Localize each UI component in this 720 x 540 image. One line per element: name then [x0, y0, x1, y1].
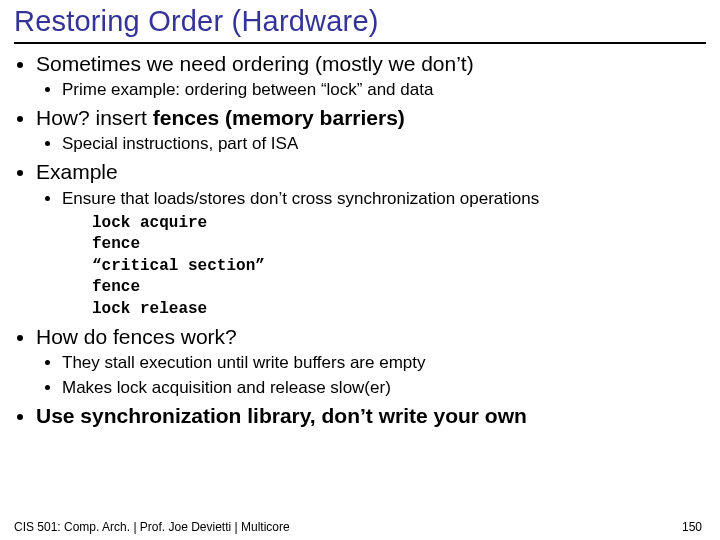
bullet-list: Sometimes we need ordering (mostly we do… [0, 50, 720, 430]
bullet-4-sub: They stall execution until write buffers… [36, 352, 704, 400]
title-rule [14, 42, 706, 44]
bullet-2: How? insert fences (memory barriers) Spe… [36, 104, 704, 156]
slide: Restoring Order (Hardware) Sometimes we … [0, 0, 720, 540]
code-block: lock acquire fence “critical section” fe… [92, 213, 704, 321]
bullet-3-sub: Ensure that loads/stores don’t cross syn… [36, 188, 704, 211]
bullet-4a: They stall execution until write buffers… [62, 352, 704, 375]
bullet-2-sub: Special instructions, part of ISA [36, 133, 704, 156]
bullet-1a: Prime example: ordering between “lock” a… [62, 79, 704, 102]
code-line-4: fence [92, 277, 704, 299]
bullet-1-sub: Prime example: ordering between “lock” a… [36, 79, 704, 102]
code-line-1: lock acquire [92, 213, 704, 235]
bullet-2-bold: fences (memory barriers) [153, 106, 405, 129]
bullet-2a: Special instructions, part of ISA [62, 133, 704, 156]
bullet-3a: Ensure that loads/stores don’t cross syn… [62, 188, 704, 211]
page-number: 150 [682, 520, 702, 534]
code-line-5: lock release [92, 299, 704, 321]
code-line-3: “critical section” [92, 256, 704, 278]
bullet-5: Use synchronization library, don’t write… [36, 402, 704, 430]
bullet-2-pre: How? insert [36, 106, 153, 129]
bullet-1: Sometimes we need ordering (mostly we do… [36, 50, 704, 102]
slide-title: Restoring Order (Hardware) [0, 0, 720, 41]
bullet-4b: Makes lock acquisition and release slow(… [62, 377, 704, 400]
bullet-3-text: Example [36, 160, 118, 183]
bullet-1-text: Sometimes we need ordering (mostly we do… [36, 52, 474, 75]
bullet-4: How do fences work? They stall execution… [36, 323, 704, 400]
footer-text: CIS 501: Comp. Arch. | Prof. Joe Deviett… [14, 520, 290, 534]
bullet-4-text: How do fences work? [36, 325, 237, 348]
bullet-3: Example Ensure that loads/stores don’t c… [36, 158, 704, 320]
code-line-2: fence [92, 234, 704, 256]
